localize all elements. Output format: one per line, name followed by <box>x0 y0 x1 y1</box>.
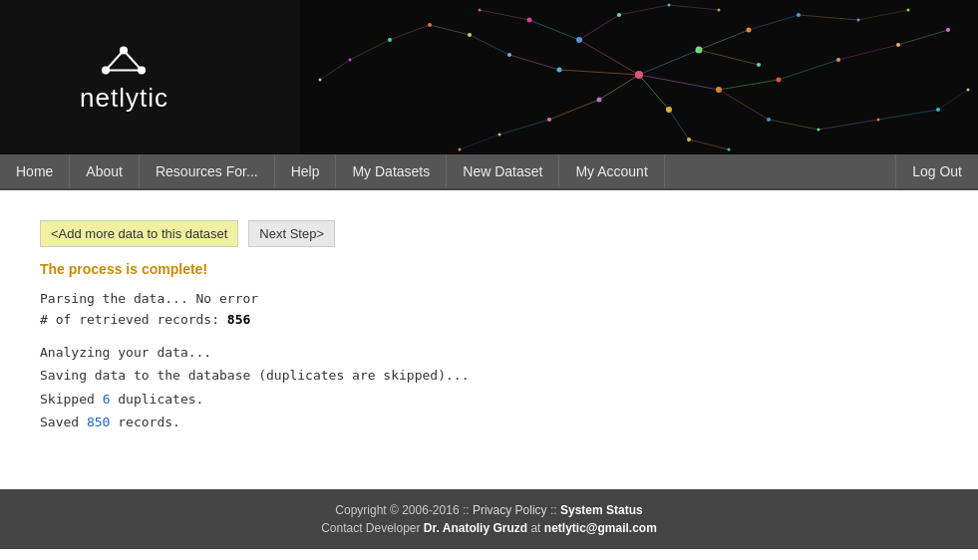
footer-contact-line: Contact Developer Dr. Anatoliy Gruzd at … <box>0 521 978 535</box>
svg-point-45 <box>696 47 703 54</box>
records-label: # of retrieved records: <box>40 312 219 327</box>
svg-point-52 <box>747 28 752 33</box>
network-visualization <box>300 0 978 154</box>
footer-separator: :: <box>550 503 557 517</box>
svg-point-75 <box>728 148 731 151</box>
svg-point-50 <box>527 18 532 23</box>
process-complete-message: The process is complete! <box>40 261 938 277</box>
logo: netlytic <box>80 42 168 113</box>
svg-point-63 <box>319 79 322 82</box>
footer-copyright-line: Copyright © 2006-2016 :: Privacy Policy … <box>0 503 978 517</box>
developer-name: Dr. Anatoliy Gruzd <box>424 521 527 535</box>
svg-point-56 <box>687 138 691 141</box>
svg-point-43 <box>635 71 643 79</box>
logout-button[interactable]: Log Out <box>895 154 978 188</box>
svg-point-51 <box>617 13 621 17</box>
saved-line: Saved 850 records. <box>40 411 938 433</box>
action-buttons: <Add more data to this dataset Next Step… <box>40 220 938 247</box>
parsing-line: Parsing the data... No error <box>40 291 938 306</box>
system-status-link[interactable]: System Status <box>560 503 643 517</box>
svg-point-77 <box>459 148 462 151</box>
analyze-section: Analyzing your data... Saving data to th… <box>40 341 938 434</box>
navbar: Home About Resources For... Help My Data… <box>0 154 978 190</box>
header: netlytic <box>0 0 978 154</box>
svg-point-76 <box>498 134 501 137</box>
nav-resources[interactable]: Resources For... <box>140 154 275 188</box>
svg-point-53 <box>757 63 761 67</box>
records-line: # of retrieved records: 856 <box>40 312 938 327</box>
nav-home[interactable]: Home <box>0 154 70 188</box>
copyright-text: Copyright © 2006-2016 :: <box>335 503 469 517</box>
svg-point-71 <box>936 108 940 112</box>
nav-my-account[interactable]: My Account <box>559 154 664 188</box>
svg-point-78 <box>668 4 671 7</box>
nav-help[interactable]: Help <box>275 154 337 188</box>
main-content: <Add more data to this dataset Next Step… <box>0 190 978 489</box>
developer-email: netlytic@gmail.com <box>544 521 657 535</box>
svg-point-67 <box>857 19 860 22</box>
next-step-button[interactable]: Next Step> <box>248 220 335 247</box>
saving-line: Saving data to the database (duplicates … <box>40 364 938 387</box>
svg-point-48 <box>716 87 722 93</box>
svg-point-66 <box>836 58 840 62</box>
svg-point-61 <box>388 38 392 42</box>
svg-point-55 <box>767 118 771 122</box>
svg-point-57 <box>547 118 551 122</box>
logo-text: netlytic <box>80 82 168 113</box>
nav-about[interactable]: About <box>70 154 140 188</box>
skipped-label: Skipped <box>40 392 95 407</box>
skipped-suffix: duplicates. <box>118 392 203 407</box>
analyzing-line: Analyzing your data... <box>40 341 938 364</box>
svg-point-73 <box>817 129 820 132</box>
footer: Copyright © 2006-2016 :: Privacy Policy … <box>0 489 978 549</box>
nav-my-datasets[interactable]: My Datasets <box>336 154 447 188</box>
svg-point-64 <box>479 9 482 12</box>
svg-point-72 <box>967 89 970 92</box>
svg-point-60 <box>428 23 432 27</box>
skipped-line: Skipped 6 duplicates. <box>40 388 938 411</box>
skipped-count: 6 <box>103 392 111 407</box>
svg-point-68 <box>896 43 900 47</box>
system-status-label: System Status <box>560 503 643 517</box>
svg-line-4 <box>124 50 142 70</box>
saved-suffix: records. <box>118 415 180 429</box>
svg-point-44 <box>576 37 582 43</box>
svg-line-3 <box>106 50 124 70</box>
svg-point-65 <box>797 13 801 17</box>
saved-count: 850 <box>87 415 110 429</box>
svg-point-79 <box>718 9 721 12</box>
svg-point-54 <box>777 78 782 83</box>
svg-point-58 <box>507 53 511 57</box>
saved-label: Saved <box>40 415 79 429</box>
contact-at: at <box>530 521 540 535</box>
svg-point-70 <box>946 28 950 32</box>
logo-icon: netlytic <box>80 42 168 113</box>
svg-point-49 <box>557 68 562 73</box>
svg-point-46 <box>666 107 672 113</box>
contact-prefix: Contact Developer <box>321 521 420 535</box>
svg-point-69 <box>907 9 910 12</box>
nav-new-dataset[interactable]: New Dataset <box>447 154 559 188</box>
records-count: 856 <box>227 312 250 327</box>
privacy-policy-link[interactable]: Privacy Policy <box>473 503 547 517</box>
add-data-button[interactable]: <Add more data to this dataset <box>40 220 238 247</box>
svg-point-62 <box>349 59 352 62</box>
svg-point-47 <box>597 98 602 103</box>
svg-point-74 <box>877 119 880 122</box>
logo-svg <box>94 42 154 82</box>
svg-point-59 <box>468 33 472 37</box>
parsing-text: Parsing the data... No error <box>40 291 258 306</box>
